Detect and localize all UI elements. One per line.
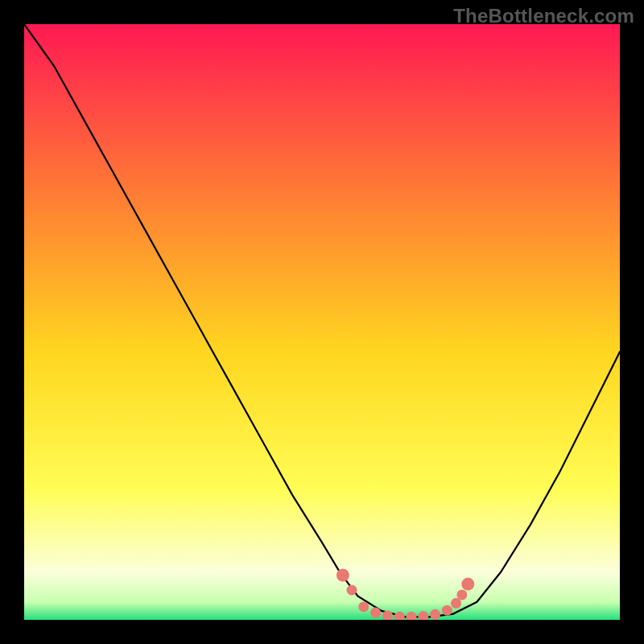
- watermark-text: TheBottleneck.com: [453, 5, 634, 27]
- marker-dot: [370, 608, 381, 618]
- marker-dot: [456, 589, 467, 600]
- marker-dot: [451, 598, 461, 609]
- marker-dot: [358, 601, 369, 612]
- plot-area: [24, 24, 620, 620]
- marker-dot: [336, 569, 349, 582]
- marker-dot: [347, 585, 357, 596]
- marker-dot: [461, 578, 474, 591]
- marker-dot: [442, 605, 452, 616]
- gradient-background: [24, 24, 620, 620]
- chart-frame: TheBottleneck.com: [0, 0, 644, 644]
- marker-dot: [430, 609, 440, 620]
- bottleneck-chart: [24, 24, 620, 620]
